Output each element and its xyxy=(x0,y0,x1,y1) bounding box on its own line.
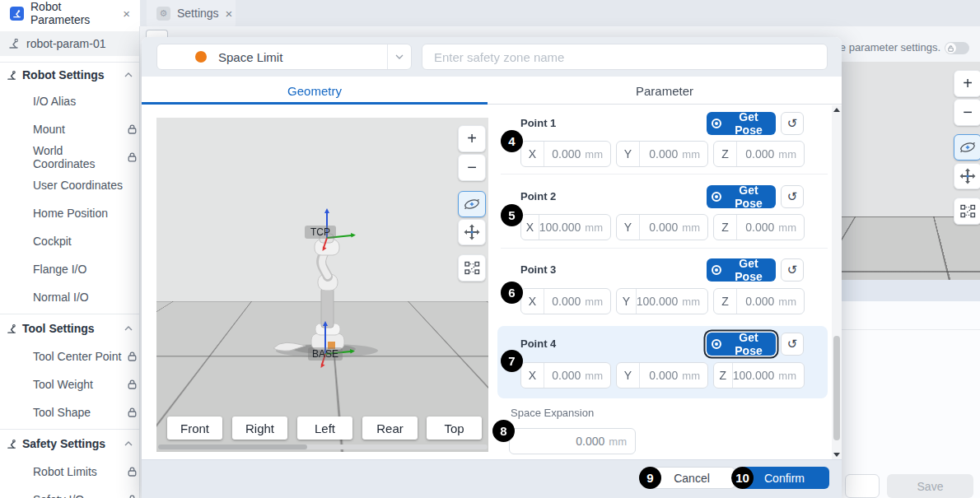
robot-arm-icon xyxy=(7,70,17,81)
point4-reset-button[interactable]: ↺ xyxy=(781,333,804,356)
sidebar-item-mount[interactable]: Mount xyxy=(0,115,139,143)
view-left-button[interactable]: Left xyxy=(297,417,352,440)
zoom-out-button[interactable]: − xyxy=(954,99,980,126)
item-label: Tool Center Point xyxy=(33,350,121,363)
tab-settings[interactable]: ⚙ Settings × xyxy=(147,0,236,26)
sidebar-item-flange-io[interactable]: Flange I/O xyxy=(0,255,139,283)
sidebar-section-safety-settings[interactable]: Safety Settings xyxy=(0,430,139,458)
point3-x-input[interactable]: X0.000mm xyxy=(520,288,611,314)
point1-x-input[interactable]: X0.000mm xyxy=(520,141,611,167)
point3-get-pose-button[interactable]: Get Pose xyxy=(707,258,776,282)
unit-label: mm xyxy=(682,296,707,308)
axis-label: X xyxy=(521,142,544,166)
sidebar-item-home-position[interactable]: Home Position xyxy=(0,199,139,227)
scroll-up-arrow[interactable] xyxy=(833,108,840,112)
point3-y-input[interactable]: Y100.000mm xyxy=(616,288,708,314)
zoom-in-button[interactable]: + xyxy=(458,125,486,152)
close-icon[interactable]: × xyxy=(123,7,130,20)
space-expansion-input[interactable]: 0.000mm xyxy=(509,428,636,454)
sidebar-item-tool-center-point[interactable]: Tool Center Point xyxy=(0,342,139,370)
background-button[interactable] xyxy=(845,474,880,498)
point1-z-input[interactable]: Z0.000mm xyxy=(713,141,805,167)
point1-get-pose-button[interactable]: Get Pose xyxy=(707,112,776,135)
tab-parameter[interactable]: Parameter xyxy=(488,77,842,105)
measure-tool-button[interactable] xyxy=(954,198,980,225)
point2-get-pose-button[interactable]: Get Pose xyxy=(707,185,776,208)
zone-type-select[interactable]: Space Limit xyxy=(156,44,412,70)
confirm-label: Confirm xyxy=(764,472,805,485)
point4-y-input[interactable]: Y0.000mm xyxy=(616,362,708,389)
point1-y-input[interactable]: Y0.000mm xyxy=(616,141,708,167)
vertical-scrollbar[interactable] xyxy=(832,105,842,459)
lock-icon xyxy=(128,407,137,417)
point4-z-input[interactable]: Z100.000mm xyxy=(713,362,805,389)
zone-type-value: Space Limit xyxy=(218,50,282,64)
sidebar-item-world-coordinates[interactable]: World Coordinates xyxy=(0,143,139,171)
item-label: Tool Shape xyxy=(33,406,91,419)
scrollbar-thumb[interactable] xyxy=(158,444,307,449)
coord-value: 0.000 xyxy=(544,147,585,161)
view-top-button[interactable]: Top xyxy=(844,251,945,273)
view-top-button[interactable]: Top xyxy=(427,417,482,440)
measure-tool-button[interactable] xyxy=(458,254,486,282)
sidebar-item-normal-io[interactable]: Normal I/O xyxy=(0,283,139,311)
scroll-down-arrow[interactable] xyxy=(833,453,840,457)
sidebar-section-tool-settings[interactable]: Tool Settings xyxy=(0,314,139,342)
point4-x-input[interactable]: X0.000mm xyxy=(520,362,611,389)
sidebar-item-tool-weight[interactable]: Tool Weight xyxy=(0,370,139,398)
sidebar-section-robot-settings[interactable]: Robot Settings xyxy=(0,63,139,87)
point2-reset-button[interactable]: ↺ xyxy=(781,185,804,208)
sidebar-item-io-alias[interactable]: I/O Alias xyxy=(0,87,139,115)
section-title: Safety Settings xyxy=(22,437,105,450)
point2-x-input[interactable]: X100.000mm xyxy=(520,214,611,240)
item-label: I/O Alias xyxy=(33,95,76,108)
unit-label: mm xyxy=(778,148,804,161)
item-label: Tool Weight xyxy=(33,378,93,391)
close-icon[interactable]: × xyxy=(226,7,233,20)
zoom-out-button[interactable]: − xyxy=(458,154,486,181)
tab-label: Parameter xyxy=(636,84,693,98)
coord-value: 0.000 xyxy=(737,147,778,161)
sidebar-item-cockpit[interactable]: Cockpit xyxy=(0,227,139,255)
point2-z-input[interactable]: Z0.000mm xyxy=(713,214,805,240)
zone-color-dot xyxy=(195,51,207,63)
dialog-tabs: Geometry Parameter xyxy=(142,77,842,105)
point3-reset-button[interactable]: ↺ xyxy=(781,258,804,282)
sidebar-item-tool-shape[interactable]: Tool Shape xyxy=(0,398,139,426)
view-right-button[interactable]: Right xyxy=(232,417,287,440)
item-label: User Coordinates xyxy=(33,179,123,192)
view-rear-button[interactable]: Rear xyxy=(362,417,418,440)
zoom-in-button[interactable]: + xyxy=(954,70,980,97)
tcp-label: TCP xyxy=(305,226,336,239)
annotation-badge-8: 8 xyxy=(492,420,515,442)
minus-icon: − xyxy=(467,158,477,177)
save-button[interactable]: Save xyxy=(887,474,973,498)
view-front-button[interactable]: Front xyxy=(167,417,222,440)
rotate-tool-button[interactable] xyxy=(458,191,486,217)
sidebar-item-robot-param-01[interactable]: robot-param-01 xyxy=(0,31,139,56)
point4-get-pose-button[interactable]: Get Pose xyxy=(707,333,776,356)
item-label: Flange I/O xyxy=(33,263,86,276)
point4-label: Point 4 xyxy=(520,337,556,350)
get-pose-label: Get Pose xyxy=(726,110,771,137)
sidebar-item-user-coordinates[interactable]: User Coordinates xyxy=(0,171,139,199)
pan-tool-button[interactable] xyxy=(458,219,486,245)
point2-y-input[interactable]: Y0.000mm xyxy=(616,214,708,240)
axis-label: X xyxy=(521,215,539,240)
point1-reset-button[interactable]: ↺ xyxy=(781,112,804,135)
tab-robot-parameters[interactable]: Robot Parameters × xyxy=(0,0,140,26)
scrollbar-thumb[interactable] xyxy=(833,336,840,440)
tab-geometry[interactable]: Geometry xyxy=(142,77,488,105)
zone-3d-viewer[interactable]: TCP BASE + − Front Right Left Rear Top xyxy=(156,118,488,452)
zone-name-input[interactable] xyxy=(422,44,828,70)
lock-toggle[interactable] xyxy=(945,42,969,54)
background-3d-viewer[interactable]: + − Top xyxy=(842,62,980,280)
sidebar-item-robot-limits[interactable]: Robot Limits xyxy=(0,458,139,486)
point3-z-input[interactable]: Z0.000mm xyxy=(713,288,805,314)
horizontal-scrollbar[interactable] xyxy=(158,444,488,449)
sidebar-item-safety-io[interactable]: Safety I/O xyxy=(0,486,139,498)
item-label: Cockpit xyxy=(33,235,72,248)
unit-label: mm xyxy=(585,370,610,382)
pan-tool-button[interactable] xyxy=(954,163,980,189)
rotate-tool-button[interactable] xyxy=(954,134,980,161)
